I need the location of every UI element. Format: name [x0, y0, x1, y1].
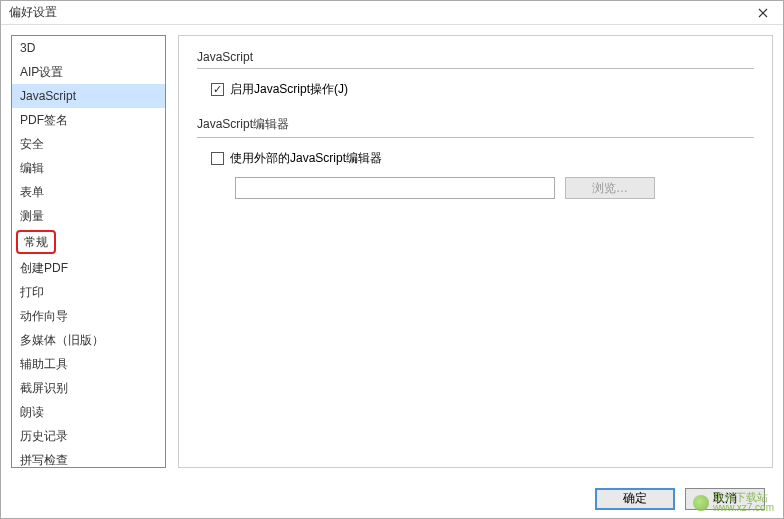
- settings-panel: JavaScript 启用JavaScript操作(J) JavaScript编…: [178, 35, 773, 468]
- sidebar-item-label: 表单: [20, 185, 44, 199]
- enable-javascript-checkbox[interactable]: [211, 83, 224, 96]
- sidebar-item-4[interactable]: 安全: [12, 132, 165, 156]
- group-legend: JavaScript: [197, 50, 754, 64]
- sidebar-item-5[interactable]: 编辑: [12, 156, 165, 180]
- sidebar-item-11[interactable]: 动作向导: [12, 304, 165, 328]
- sidebar-item-label: 测量: [20, 209, 44, 223]
- sidebar-item-label: 截屏识别: [20, 381, 68, 395]
- titlebar: 偏好设置: [1, 1, 783, 25]
- sidebar-item-13[interactable]: 辅助工具: [12, 352, 165, 376]
- cancel-button[interactable]: 取消: [685, 488, 765, 510]
- dialog-content: 3DAIP设置JavaScriptPDF签名安全编辑表单测量常规创建PDF打印动…: [1, 25, 783, 478]
- category-sidebar[interactable]: 3DAIP设置JavaScriptPDF签名安全编辑表单测量常规创建PDF打印动…: [11, 35, 166, 468]
- browse-button[interactable]: 浏览…: [565, 177, 655, 199]
- sidebar-item-10[interactable]: 打印: [12, 280, 165, 304]
- sidebar-item-label: JavaScript: [20, 89, 76, 103]
- sidebar-item-label: AIP设置: [20, 65, 63, 79]
- sidebar-item-8[interactable]: 常规: [16, 230, 56, 254]
- sidebar-item-2[interactable]: JavaScript: [12, 84, 165, 108]
- sidebar-item-label: 创建PDF: [20, 261, 68, 275]
- use-external-editor-row[interactable]: 使用外部的JavaScript编辑器: [211, 150, 754, 167]
- divider: [197, 68, 754, 69]
- sidebar-item-3[interactable]: PDF签名: [12, 108, 165, 132]
- sidebar-item-6[interactable]: 表单: [12, 180, 165, 204]
- sidebar-item-label: PDF签名: [20, 113, 68, 127]
- sidebar-item-17[interactable]: 拼写检查: [12, 448, 165, 468]
- sidebar-item-1[interactable]: AIP设置: [12, 60, 165, 84]
- editor-path-input[interactable]: [235, 177, 555, 199]
- sidebar-item-label: 朗读: [20, 405, 44, 419]
- close-button[interactable]: [743, 1, 783, 25]
- enable-javascript-label: 启用JavaScript操作(J): [230, 81, 348, 98]
- sidebar-item-12[interactable]: 多媒体（旧版）: [12, 328, 165, 352]
- divider: [197, 137, 754, 138]
- use-external-editor-label: 使用外部的JavaScript编辑器: [230, 150, 382, 167]
- preferences-dialog: 偏好设置 3DAIP设置JavaScriptPDF签名安全编辑表单测量常规创建P…: [0, 0, 784, 519]
- javascript-editor-group: JavaScript编辑器 使用外部的JavaScript编辑器 浏览…: [197, 116, 754, 199]
- close-icon: [758, 8, 768, 18]
- sidebar-item-label: 编辑: [20, 161, 44, 175]
- sidebar-item-label: 历史记录: [20, 429, 68, 443]
- sidebar-item-16[interactable]: 历史记录: [12, 424, 165, 448]
- group-legend: JavaScript编辑器: [197, 116, 754, 133]
- sidebar-item-label: 拼写检查: [20, 453, 68, 467]
- sidebar-item-label: 常规: [24, 235, 48, 249]
- sidebar-item-label: 多媒体（旧版）: [20, 333, 104, 347]
- ok-button[interactable]: 确定: [595, 488, 675, 510]
- sidebar-item-label: 3D: [20, 41, 35, 55]
- use-external-editor-checkbox[interactable]: [211, 152, 224, 165]
- javascript-group: JavaScript 启用JavaScript操作(J): [197, 50, 754, 98]
- sidebar-item-7[interactable]: 测量: [12, 204, 165, 228]
- sidebar-item-label: 打印: [20, 285, 44, 299]
- dialog-footer: 确定 取消: [1, 478, 783, 518]
- editor-path-row: 浏览…: [211, 177, 754, 199]
- sidebar-item-15[interactable]: 朗读: [12, 400, 165, 424]
- sidebar-item-0[interactable]: 3D: [12, 36, 165, 60]
- sidebar-item-14[interactable]: 截屏识别: [12, 376, 165, 400]
- sidebar-item-label: 辅助工具: [20, 357, 68, 371]
- sidebar-item-label: 动作向导: [20, 309, 68, 323]
- enable-javascript-row[interactable]: 启用JavaScript操作(J): [211, 81, 754, 98]
- dialog-title: 偏好设置: [9, 4, 57, 21]
- sidebar-item-label: 安全: [20, 137, 44, 151]
- sidebar-item-9[interactable]: 创建PDF: [12, 256, 165, 280]
